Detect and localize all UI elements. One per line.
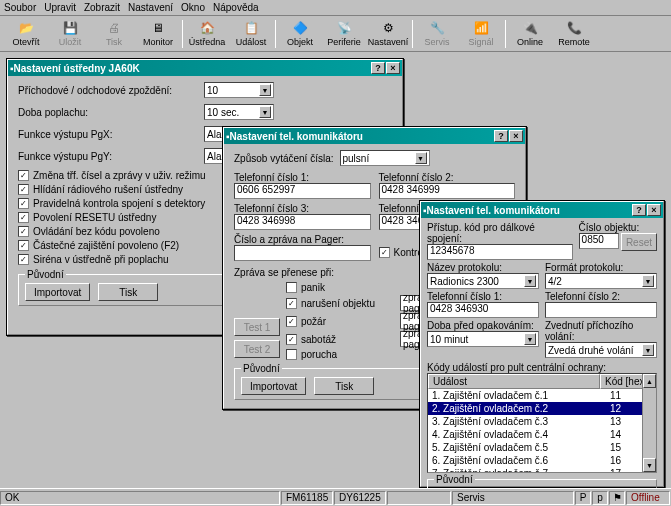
scroll-up-icon[interactable]: ▲ [643, 374, 656, 388]
titlebar[interactable]: ▪ Nastavení tel. komunikátoru ? × [224, 128, 525, 144]
help-button[interactable]: ? [371, 62, 385, 74]
toolbar-ústředna[interactable]: 🏠Ústředna [185, 18, 229, 50]
toolbar-separator [275, 20, 276, 48]
tel1-input[interactable]: 0428 346930 [427, 302, 539, 318]
scroll-down-icon[interactable]: ▼ [643, 458, 656, 472]
zvednuti-select[interactable]: Zvedá druhé volání▼ [545, 342, 657, 358]
close-button[interactable]: × [647, 204, 661, 216]
menubar: SouborUpravitZobrazitNastaveníOknoNápově… [0, 0, 671, 16]
menu-nastavení[interactable]: Nastavení [128, 2, 173, 13]
tel3-input[interactable]: 0428 346998 [234, 214, 371, 230]
chevron-down-icon: ▼ [259, 106, 271, 118]
status-ok: OK [0, 491, 280, 505]
cell-udalost: 3. Zajištění ovladačem č.3 [428, 415, 606, 428]
pristup-input[interactable]: 12345678 [427, 244, 573, 260]
tel2-input[interactable]: 0428 346999 [379, 183, 516, 199]
msg-check-3[interactable]: ✓sabotáž [286, 334, 396, 345]
w1-check-l-0[interactable]: ✓Změna třf. čísel a zprávy v uživ. režim… [18, 170, 224, 181]
test2-button[interactable]: Test 2 [234, 340, 280, 358]
dial-mode-select[interactable]: pulsní ▼ [340, 150, 430, 166]
toolbar-online[interactable]: 🔌Online [508, 18, 552, 50]
msg-check-2[interactable]: ✓požár [286, 316, 396, 327]
test1-button[interactable]: Test 1 [234, 318, 280, 336]
table-row[interactable]: 1. Zajištění ovladačem č.111 [428, 389, 656, 402]
menu-okno[interactable]: Okno [181, 2, 205, 13]
scrollbar[interactable]: ▲ ▼ [642, 374, 656, 472]
w1-check-l-4[interactable]: ✓Ovládání bez kódu povoleno [18, 226, 224, 237]
tel1-input[interactable]: 0606 652997 [234, 183, 371, 199]
cell-udalost: 4. Zajištění ovladačem č.4 [428, 428, 606, 441]
close-button[interactable]: × [386, 62, 400, 74]
print-button[interactable]: Tisk [314, 377, 374, 395]
menu-soubor[interactable]: Soubor [4, 2, 36, 13]
table-row[interactable]: 2. Zajištění ovladačem č.212 [428, 402, 656, 415]
toolbar-tisk[interactable]: 🖨Tisk [92, 18, 136, 50]
w1-check-l-2[interactable]: ✓Pravidelná kontrola spojení s detektory [18, 198, 224, 209]
menu-nápověda[interactable]: Nápověda [213, 2, 259, 13]
menu-zobrazit[interactable]: Zobrazit [84, 2, 120, 13]
nazev-select[interactable]: Radionics 2300▼ [427, 273, 539, 289]
window-title: Nastavení ústředny JA60K [14, 63, 371, 74]
w1-select-0[interactable]: 10▼ [204, 82, 274, 98]
checkbox-label: požár [301, 316, 326, 327]
pager-label: Číslo a zpráva na Pager: [234, 234, 371, 245]
doba-select[interactable]: 10 minut▼ [427, 331, 539, 347]
toolbar-label: Servis [424, 37, 449, 47]
checkbox-label: Pravidelná kontrola spojení s detektory [33, 198, 205, 209]
fieldset-legend: Původní [434, 474, 475, 485]
col-udalost[interactable]: Událost [428, 374, 600, 389]
print-button[interactable]: Tisk [98, 283, 158, 301]
table-row[interactable]: 3. Zajištění ovladačem č.313 [428, 415, 656, 428]
import-button[interactable]: Importovat [241, 377, 306, 395]
tel2-label: Telefonní číslo 2: [545, 291, 657, 302]
toolbar-signál[interactable]: 📶Signál [459, 18, 503, 50]
cisloobj-label: Číslo objektu: [579, 222, 657, 233]
help-button[interactable]: ? [494, 130, 508, 142]
msg-check-1[interactable]: ✓narušení objektu [286, 298, 396, 309]
status-servis: Servis [452, 491, 574, 505]
w1-check-l-1[interactable]: ✓Hlídání rádiového rušení ústředny [18, 184, 224, 195]
toolbar-objekt[interactable]: 🔷Objekt [278, 18, 322, 50]
w1-check-l-5[interactable]: ✓Částečné zajištění povoleno (F2) [18, 240, 224, 251]
format-select[interactable]: 4/2▼ [545, 273, 657, 289]
menu-upravit[interactable]: Upravit [44, 2, 76, 13]
remote-icon: 📞 [566, 20, 582, 36]
w1-check-l-6[interactable]: ✓Siréna v ústředně při poplachu [18, 254, 224, 265]
checkbox-label: Ovládání bez kódu povoleno [33, 226, 160, 237]
w1-check-l-3[interactable]: ✓Povolení RESETU ústředny [18, 212, 224, 223]
window-title: Nastavení tel. komunikátoru [230, 131, 494, 142]
toolbar-nastavení[interactable]: ⚙Nastavení [366, 18, 410, 50]
pager-input[interactable] [234, 245, 371, 261]
cell-udalost: 5. Zajištění ovladačem č.5 [428, 441, 606, 454]
close-button[interactable]: × [509, 130, 523, 142]
toolbar-periferie[interactable]: 📡Periferie [322, 18, 366, 50]
toolbar-otevřít[interactable]: 📂Otevřít [4, 18, 48, 50]
msg-check-4[interactable]: porucha [286, 349, 396, 360]
table-row[interactable]: 6. Zajištění ovladačem č.616 [428, 454, 656, 467]
status-flag-icon: ⚑ [609, 491, 625, 505]
toolbar-monitor[interactable]: 🖥Monitor [136, 18, 180, 50]
table-row[interactable]: 7. Zajištění ovladačem č.717 [428, 467, 656, 473]
pristup-label: Přístup. kód pro dálkové spojení: [427, 222, 573, 244]
cisloobj-input[interactable]: 0850 [579, 233, 619, 249]
toolbar-servis[interactable]: 🔧Servis [415, 18, 459, 50]
toolbar-remote[interactable]: 📞Remote [552, 18, 596, 50]
msg-check-0[interactable]: panik [286, 282, 396, 293]
event-table[interactable]: Událost Kód [hex] 1. Zajištění ovladačem… [427, 373, 657, 473]
cell-udalost: 2. Zajištění ovladačem č.2 [428, 402, 606, 415]
help-button[interactable]: ? [632, 204, 646, 216]
reset-button[interactable]: Reset [621, 233, 657, 251]
toolbar-událost[interactable]: 📋Událost [229, 18, 273, 50]
checkbox-label: Povolení RESETU ústředny [33, 212, 156, 223]
titlebar[interactable]: ▪ Nastavení tel. komunikátoru ? × [421, 202, 663, 218]
import-button[interactable]: Importovat [25, 283, 90, 301]
toolbar-label: Otevřít [12, 37, 39, 47]
titlebar[interactable]: ▪ Nastavení ústředny JA60K ? × [8, 60, 402, 76]
toolbar-uložit[interactable]: 💾Uložit [48, 18, 92, 50]
w1-select-1[interactable]: 10 sec.▼ [204, 104, 274, 120]
table-row[interactable]: 5. Zajištění ovladačem č.515 [428, 441, 656, 454]
tel2-input[interactable] [545, 302, 657, 318]
window-title: Nastavení tel. komunikátoru [427, 205, 632, 216]
table-row[interactable]: 4. Zajištění ovladačem č.414 [428, 428, 656, 441]
checkbox-label: porucha [301, 349, 337, 360]
